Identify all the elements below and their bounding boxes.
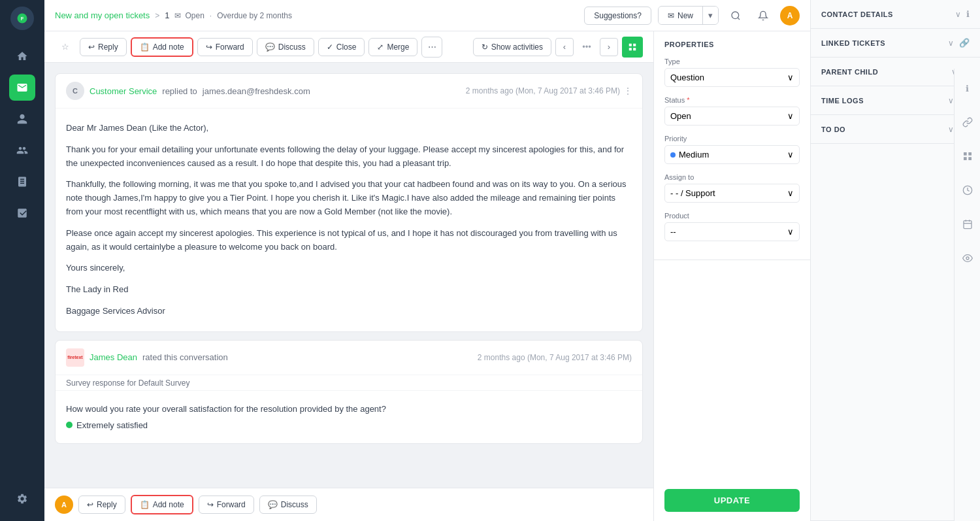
messages-container: C Customer Service replied to james.dean… xyxy=(44,63,653,488)
more-button[interactable]: ⋯ xyxy=(421,37,442,58)
svg-rect-4 xyxy=(964,221,972,229)
type-value: Question xyxy=(670,73,704,82)
message-para-3: Thankfully, the following morning, it wa… xyxy=(66,178,632,218)
reply-button[interactable]: ↩ Reply xyxy=(80,38,127,56)
bottom-add-note-button[interactable]: 📋 Add note xyxy=(131,495,193,514)
merge-button[interactable]: ⤢ Merge xyxy=(368,38,417,56)
survey-question: How would you rate your overall satisfac… xyxy=(66,404,632,414)
content-area: ☆ ↩ Reply 📋 Add note ↪ Forward xyxy=(44,31,810,521)
bottom-forward-button[interactable]: ↪ Forward xyxy=(199,496,254,514)
overdue-label: Overdue by 2 months xyxy=(217,11,292,20)
ticket-area: ☆ ↩ Reply 📋 Add note ↪ Forward xyxy=(44,31,653,521)
add-note-button[interactable]: 📋 Add note xyxy=(131,37,193,57)
assign-select[interactable]: - - / Support ∨ xyxy=(664,184,800,203)
sidebar-item-contacts[interactable] xyxy=(9,106,35,132)
side-info-icon[interactable]: ℹ xyxy=(956,76,979,100)
priority-label: Priority xyxy=(664,135,800,143)
bottom-reply-label: Reply xyxy=(97,500,117,509)
contact-details-header[interactable]: CONTACT DETAILS ∨ ℹ xyxy=(811,0,980,28)
sender-name-1[interactable]: Customer Service xyxy=(90,86,157,96)
type-label: Type xyxy=(664,58,800,65)
side-calendar-icon[interactable] xyxy=(956,212,979,236)
priority-value-container: Medium xyxy=(670,150,709,160)
sidebar-item-settings[interactable] xyxy=(9,486,35,512)
priority-value: Medium xyxy=(679,150,709,160)
breadcrumb-link[interactable]: New and my open tickets xyxy=(55,10,150,20)
sidebar-item-knowledge[interactable] xyxy=(9,169,35,195)
survey-subheader: Survey response for Default Survey xyxy=(56,375,642,391)
side-link-icon[interactable] xyxy=(956,110,979,134)
bottom-add-note-label: Add note xyxy=(153,500,184,509)
next-ticket-button[interactable]: › xyxy=(600,38,618,56)
ticket-nav-dots[interactable]: ••• xyxy=(578,38,596,56)
sender-email-1: james.dean@freshdesk.com xyxy=(203,86,310,96)
forward-button[interactable]: ↪ Forward xyxy=(197,38,253,56)
linked-tickets-header[interactable]: LINKED TICKETS ∨ 🔗 xyxy=(811,29,980,57)
side-grid-icon[interactable] xyxy=(956,144,979,168)
prev-ticket-button[interactable]: ‹ xyxy=(555,38,574,56)
survey-body: How would you rate your overall satisfac… xyxy=(56,391,642,443)
to-do-chevron-icon: ∨ xyxy=(948,125,954,134)
status-select[interactable]: Open ∨ xyxy=(664,107,800,126)
status-field: Status * Open ∨ xyxy=(664,96,800,126)
new-dropdown-button[interactable]: ▾ xyxy=(702,7,718,24)
message-para-4: Please once again accept my sincerest ap… xyxy=(66,227,632,254)
sidebar: F xyxy=(0,0,44,521)
status-label: Open xyxy=(185,11,204,20)
linked-tickets-link-icon[interactable]: 🔗 xyxy=(959,38,970,48)
star-button[interactable]: ☆ xyxy=(55,37,76,58)
new-btn-group: ✉ New ▾ xyxy=(658,6,719,25)
side-clock-icon[interactable] xyxy=(956,178,979,202)
show-activities-button[interactable]: ↻ Show activities xyxy=(473,38,551,56)
properties-title: PROPERTIES xyxy=(664,41,800,48)
sidebar-item-home[interactable] xyxy=(9,43,35,69)
contact-details-controls: ∨ ℹ xyxy=(955,9,970,19)
assign-chevron-icon: ∨ xyxy=(787,188,794,198)
bottom-reply-button[interactable]: ↩ Reply xyxy=(78,496,125,514)
linked-tickets-title: LINKED TICKETS xyxy=(821,39,885,47)
linked-tickets-chevron-icon: ∨ xyxy=(948,39,954,48)
satisfaction-dot xyxy=(66,422,73,428)
product-label: Product xyxy=(664,212,800,220)
properties-spacer xyxy=(654,260,810,480)
assign-value: - - / Support xyxy=(670,188,715,198)
new-button[interactable]: ✉ New xyxy=(659,7,702,24)
message-options-icon[interactable]: ⋮ xyxy=(624,86,632,95)
message-body-1: Dear Mr James Dean (Like the Actor), Tha… xyxy=(56,109,642,331)
survey-sender-name[interactable]: James Dean xyxy=(90,352,137,362)
sidebar-item-tickets[interactable] xyxy=(9,75,35,101)
close-button[interactable]: ✓ Close xyxy=(318,38,365,56)
message-para-1: Dear Mr James Dean (Like the Actor), xyxy=(66,122,632,135)
show-activities-label: Show activities xyxy=(491,42,543,52)
far-right-panel: CONTACT DETAILS ∨ ℹ LINKED TICKETS ∨ 🔗 P… xyxy=(810,0,980,521)
forward-label: Forward xyxy=(216,42,244,52)
contact-details-info-icon[interactable]: ℹ xyxy=(966,9,970,19)
assign-field: Assign to - - / Support ∨ xyxy=(664,173,800,203)
type-chevron-icon: ∨ xyxy=(787,73,794,82)
app-logo[interactable]: F xyxy=(10,7,34,30)
bottom-discuss-label: Discuss xyxy=(281,500,308,509)
search-button[interactable] xyxy=(725,5,746,26)
grid-view-button[interactable] xyxy=(622,37,643,58)
priority-dot-icon xyxy=(670,152,676,158)
bottom-discuss-button[interactable]: 💬 Discuss xyxy=(259,496,317,514)
status-chevron-icon: ∨ xyxy=(787,111,794,121)
priority-chevron-icon: ∨ xyxy=(787,150,794,160)
suggestions-button[interactable]: Suggestions? xyxy=(584,7,651,25)
discuss-button[interactable]: 💬 Discuss xyxy=(257,38,314,56)
action-toolbar-left: ☆ ↩ Reply 📋 Add note ↪ Forward xyxy=(55,37,442,58)
notifications-button[interactable] xyxy=(753,5,774,26)
product-select[interactable]: -- ∨ xyxy=(664,222,800,241)
side-eye-icon[interactable] xyxy=(956,246,979,270)
reply-label: Reply xyxy=(98,42,118,52)
product-value: -- xyxy=(670,227,676,237)
message-header-1: C Customer Service replied to james.dean… xyxy=(56,74,642,109)
update-button[interactable]: UPDATE xyxy=(664,489,800,512)
sidebar-item-reports[interactable] xyxy=(9,200,35,226)
product-field: Product -- ∨ xyxy=(664,212,800,241)
sidebar-item-groups[interactable] xyxy=(9,137,35,163)
priority-select[interactable]: Medium ∨ xyxy=(664,145,800,164)
type-select[interactable]: Question ∨ xyxy=(664,68,800,87)
user-avatar[interactable]: A xyxy=(780,6,800,25)
message-para-5: Yours sincerely, xyxy=(66,261,632,275)
